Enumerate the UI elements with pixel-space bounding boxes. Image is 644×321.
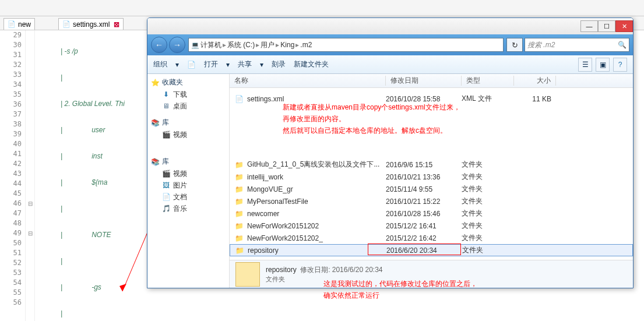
back-button[interactable]: ← [151, 37, 167, 53]
preview-button[interactable]: ▣ [596, 58, 610, 72]
sidebar: ⭐ 收藏夹 ⬇下载 🖥桌面 📚 库 🎬视频 📚 库 🎬视频 🖼图片 📄文档 🎵音… [147, 74, 229, 288]
sidebar-item-desktop[interactable]: 🖥桌面 [147, 100, 229, 112]
file-row[interactable]: 📁MongoVUE_gr2015/11/4 9:55文件夹 [230, 183, 633, 195]
search-input[interactable]: 搜索 .m2🔍 [525, 38, 629, 52]
sidebar-item-documents[interactable]: 📄文档 [147, 191, 229, 203]
file-row[interactable]: 📁newcomer2016/10/28 15:46文件夹 [230, 207, 633, 220]
line-gutter: 29303132 33343536 37383940 41424344 4546… [0, 30, 26, 321]
folder-icon: 📁 [234, 160, 244, 170]
burn-button[interactable]: 刻录 [272, 59, 286, 69]
folder-icon: 📁 [234, 185, 244, 194]
command-bar: 组织▾ 📄打开▾ 共享▾ 刻录 新建文件夹 ☰ ▣ ? [147, 55, 633, 74]
sidebar-item-videos-2[interactable]: 🎬视频 [147, 168, 229, 179]
file-row[interactable]: 📁intellij_work2016/10/21 13:36文件夹 [230, 171, 633, 183]
titlebar[interactable]: — ☐ ✕ [147, 18, 633, 34]
video-icon: 🎬 [161, 130, 171, 139]
download-icon: ⬇ [161, 90, 171, 99]
file-row[interactable]: 📁GitHub_2_11_0_5离线安装包以及文件下...2016/9/6 15… [230, 158, 633, 171]
close-button[interactable]: ✕ [615, 20, 633, 32]
close-icon[interactable]: ⊠ [114, 20, 119, 29]
sidebar-libraries[interactable]: 📚 库 [147, 117, 229, 129]
picture-icon: 🖼 [161, 181, 171, 190]
ide-toolbar [0, 0, 644, 16]
folder-icon: 📁 [234, 221, 244, 231]
folder-icon: 📁 [234, 234, 244, 243]
sidebar-item-pictures[interactable]: 🖼图片 [147, 179, 229, 191]
file-icon: 📄 [234, 94, 244, 104]
folder-icon: 📁 [234, 172, 244, 182]
newfolder-button[interactable]: 新建文件夹 [294, 59, 329, 69]
sidebar-libraries-2[interactable]: 📚 库 [147, 156, 229, 168]
file-row[interactable]: 📁MyPersonalTestFile2016/10/21 15:22文件夹 [230, 195, 633, 207]
share-button[interactable]: 共享 [238, 59, 252, 69]
file-row[interactable]: 📁NewForWork201512022015/12/2 16:41文件夹 [230, 220, 633, 232]
folder-icon: 📁 [234, 197, 244, 206]
file-row-selected[interactable]: 📁repository2016/6/20 20:34文件夹 [230, 244, 633, 256]
nav-bar: ← → 💻 计算机▸ 系统 (C:)▸ 用户▸ King▸ .m2 ↻ 搜索 .… [147, 34, 633, 55]
maximize-button[interactable]: ☐ [598, 20, 615, 32]
sidebar-item-videos[interactable]: 🎬视频 [147, 129, 229, 140]
ide-tab-new[interactable]: 📄new [3, 18, 35, 30]
search-icon: 🔍 [618, 41, 627, 49]
annotation-text-2: 这是我测试过的，代码在修改过仓库的位置之后， 确实依然正常运行 [323, 278, 477, 301]
folder-large-icon [235, 262, 260, 287]
address-bar[interactable]: 💻 计算机▸ 系统 (C:)▸ 用户▸ King▸ .m2 [188, 38, 504, 52]
document-icon: 📄 [161, 192, 171, 202]
open-button[interactable]: 打开 [204, 59, 218, 69]
video-icon: 🎬 [161, 169, 171, 178]
sidebar-item-downloads[interactable]: ⬇下载 [147, 89, 229, 100]
file-header[interactable]: 名称 修改日期 类型 大小 [230, 74, 633, 88]
annotation-text-1: 新建或者直接从maven目录copy个settings.xml文件过来， 再修改… [283, 101, 460, 136]
folder-icon: 📁 [234, 209, 244, 218]
explorer-window: — ☐ ✕ ← → 💻 计算机▸ 系统 (C:)▸ 用户▸ King▸ .m2 … [147, 17, 634, 288]
folder-icon: 📁 [235, 246, 244, 255]
music-icon: 🎵 [161, 204, 171, 213]
fold-gutter: ⊟⊟ [26, 30, 35, 321]
refresh-button[interactable]: ↻ [506, 38, 523, 52]
help-button[interactable]: ? [613, 58, 627, 72]
file-row[interactable]: 📁NewForWork20151202_2015/12/2 16:42文件夹 [230, 232, 633, 244]
ide-tab-settings[interactable]: 📄settings.xml⊠ [58, 18, 124, 30]
desktop-icon: 🖥 [161, 101, 171, 111]
forward-button[interactable]: → [169, 37, 185, 53]
sidebar-item-music[interactable]: 🎵音乐 [147, 203, 229, 214]
sidebar-favorites[interactable]: ⭐ 收藏夹 [147, 76, 229, 89]
view-button[interactable]: ☰ [578, 58, 592, 72]
organize-button[interactable]: 组织 [153, 59, 167, 69]
minimize-button[interactable]: — [580, 20, 598, 32]
